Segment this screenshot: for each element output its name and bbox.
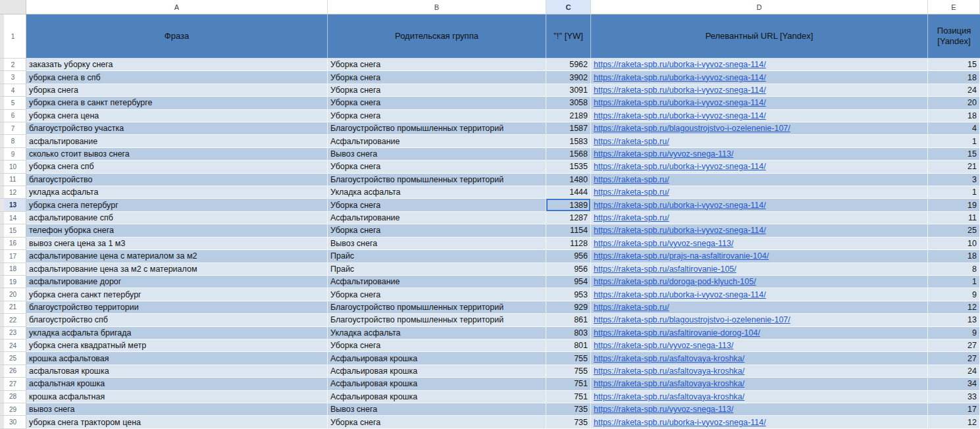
url-link[interactable]: https://raketa-spb.ru/asfaltirovanie-dor… — [594, 328, 760, 338]
header-cell-position[interactable]: Позиция [Yandex] — [928, 14, 980, 59]
cell-position[interactable]: 19 — [928, 199, 980, 211]
url-link[interactable]: https://raketa-spb.ru/ — [594, 188, 669, 197]
cell-position[interactable]: 3 — [928, 174, 980, 186]
url-link[interactable]: https://raketa-spb.ru/uborka-i-vyvoz-sne… — [594, 60, 766, 69]
cell-parent-group[interactable]: Уборка снега — [328, 84, 546, 97]
cell-frequency[interactable]: 801 — [546, 340, 591, 352]
cell-frequency[interactable]: 1587 — [546, 122, 591, 135]
cell-position[interactable]: 27 — [928, 352, 980, 365]
cell-position[interactable]: 15 — [928, 148, 980, 161]
url-link[interactable]: https://raketa-spb.ru/uborka-i-vyvoz-sne… — [594, 201, 766, 210]
cell-parent-group[interactable]: Благоустройство промышленных территорий — [328, 314, 546, 326]
row-header-1[interactable]: 1 — [0, 14, 26, 59]
selected-cell-C13[interactable]: 1389 — [546, 199, 591, 211]
cell-position[interactable]: 12 — [928, 301, 980, 314]
cell-frequency[interactable]: 2189 — [546, 110, 591, 122]
cell-parent-group[interactable]: Прайс — [328, 263, 546, 276]
row-header-11[interactable]: 11 — [0, 174, 26, 186]
cell-position[interactable]: 18 — [928, 250, 980, 263]
cell-position[interactable]: 9 — [928, 288, 980, 301]
url-link[interactable]: https://raketa-spb.ru/ — [594, 175, 669, 184]
cell-phrase[interactable]: крошка асфальтовая — [26, 352, 328, 365]
cell-parent-group[interactable]: Вывоз снега — [328, 238, 546, 250]
header-cell-phrase[interactable]: Фраза — [26, 14, 328, 59]
cell-phrase[interactable]: сколько стоит вывоз снега — [26, 148, 328, 161]
cell-frequency[interactable]: 755 — [546, 352, 591, 365]
url-link[interactable]: https://raketa-spb.ru/asfaltovaya-kroshk… — [594, 366, 744, 376]
row-header-16[interactable]: 16 — [0, 238, 26, 250]
row-header-23[interactable]: 23 — [0, 327, 26, 340]
cell-phrase[interactable]: уборка снега в спб — [26, 71, 328, 84]
row-header-2[interactable]: 2 — [0, 59, 26, 71]
cell-position[interactable]: 18 — [928, 110, 980, 122]
cell-phrase[interactable]: уборка снега — [26, 84, 328, 97]
url-link[interactable]: https://raketa-spb.ru/vyvoz-snega-113/ — [594, 149, 733, 159]
row-header-4[interactable]: 4 — [0, 84, 26, 97]
cell-phrase[interactable]: телефон уборка снега — [26, 224, 328, 237]
cell-frequency[interactable]: 803 — [546, 327, 591, 340]
cell-position[interactable]: 24 — [928, 365, 980, 378]
cell-phrase[interactable]: асфальтная крошка — [26, 378, 328, 390]
cell-phrase[interactable]: благоустройство территории — [26, 301, 328, 314]
url-link[interactable]: https://raketa-spb.ru/vyvoz-snega-113/ — [594, 239, 733, 248]
cell-frequency[interactable]: 954 — [546, 276, 591, 288]
cell-parent-group[interactable]: Уборка снега — [328, 71, 546, 84]
row-header-5[interactable]: 5 — [0, 97, 26, 109]
url-link[interactable]: https://raketa-spb.ru/uborka-i-vyvoz-sne… — [594, 290, 766, 299]
cell-parent-group[interactable]: Асфальировая крошка — [328, 365, 546, 378]
url-link[interactable]: https://raketa-spb.ru/uborka-i-vyvoz-sne… — [594, 111, 766, 120]
cell-frequency[interactable]: 751 — [546, 391, 591, 403]
row-header-17[interactable]: 17 — [0, 250, 26, 263]
cell-phrase[interactable]: асфальтовая крошка — [26, 365, 328, 378]
cell-phrase[interactable]: уборка снега петербург — [26, 199, 328, 211]
cell-frequency[interactable]: 1568 — [546, 148, 591, 161]
cell-parent-group[interactable]: Асфальтирование — [328, 276, 546, 288]
column-header-b[interactable]: B — [328, 0, 546, 14]
url-link[interactable]: https://raketa-spb.ru/uborka-i-vyvoz-sne… — [594, 73, 766, 82]
header-cell-relevant-url[interactable]: Релевантный URL [Yandex] — [591, 14, 928, 59]
cell-parent-group[interactable]: Укладка асфальта — [328, 327, 546, 340]
cell-position[interactable]: 1 — [928, 276, 980, 288]
cell-frequency[interactable]: 3902 — [546, 71, 591, 84]
cell-frequency[interactable]: 956 — [546, 250, 591, 263]
row-header-15[interactable]: 15 — [0, 224, 26, 237]
row-header-18[interactable]: 18 — [0, 263, 26, 276]
cell-frequency[interactable]: 5962 — [546, 59, 591, 71]
cell-position[interactable]: 33 — [928, 391, 980, 403]
row-header-9[interactable]: 9 — [0, 148, 26, 161]
cell-parent-group[interactable]: Благоустройство промышленных территорий — [328, 174, 546, 186]
cell-phrase[interactable]: укладка асфальта — [26, 186, 328, 199]
url-link[interactable]: https://raketa-spb.ru/uborka-i-vyvoz-sne… — [594, 418, 766, 427]
column-header-c-selected[interactable]: C — [546, 0, 591, 14]
row-header-19[interactable]: 19 — [0, 276, 26, 288]
cell-position[interactable]: 20 — [928, 97, 980, 109]
cell-frequency[interactable]: 956 — [546, 263, 591, 276]
row-header-22[interactable]: 22 — [0, 314, 26, 326]
url-link[interactable]: https://raketa-spb.ru/blagoustrojstvo-i-… — [594, 124, 790, 133]
row-header-7[interactable]: 7 — [0, 122, 26, 135]
cell-parent-group[interactable]: Уборка снега — [328, 97, 546, 109]
cell-phrase[interactable]: асфальтирование цена за м2 с материалом — [26, 263, 328, 276]
row-header-8[interactable]: 8 — [0, 135, 26, 147]
url-link[interactable]: https://raketa-spb.ru/asfaltirovanie-105… — [594, 265, 736, 274]
cell-phrase[interactable]: вывоз снега — [26, 403, 328, 416]
cell-position[interactable]: 4 — [928, 122, 980, 135]
row-header-24[interactable]: 24 — [0, 340, 26, 352]
cell-parent-group[interactable]: Уборка снега — [328, 59, 546, 71]
cell-phrase[interactable]: укладка асфальта бригада — [26, 327, 328, 340]
cell-parent-group[interactable]: Прайс — [328, 250, 546, 263]
cell-phrase[interactable]: уборка снега в санкт петербурге — [26, 97, 328, 109]
cell-frequency[interactable]: 1287 — [546, 212, 591, 224]
select-all-corner[interactable] — [0, 0, 26, 14]
cell-phrase[interactable]: уборка снега спб — [26, 161, 328, 173]
cell-position[interactable]: 34 — [928, 378, 980, 390]
row-header-14[interactable]: 14 — [0, 212, 26, 224]
row-header-21[interactable]: 21 — [0, 301, 26, 314]
column-header-e[interactable]: E — [928, 0, 980, 14]
column-header-a[interactable]: A — [26, 0, 328, 14]
cell-parent-group[interactable]: Благоустройство промышленных территорий — [328, 301, 546, 314]
url-link[interactable]: https://raketa-spb.ru/asfaltovaya-kroshk… — [594, 392, 744, 401]
row-header-3[interactable]: 3 — [0, 71, 26, 84]
cell-frequency[interactable]: 751 — [546, 378, 591, 390]
cell-position[interactable]: 9 — [928, 327, 980, 340]
